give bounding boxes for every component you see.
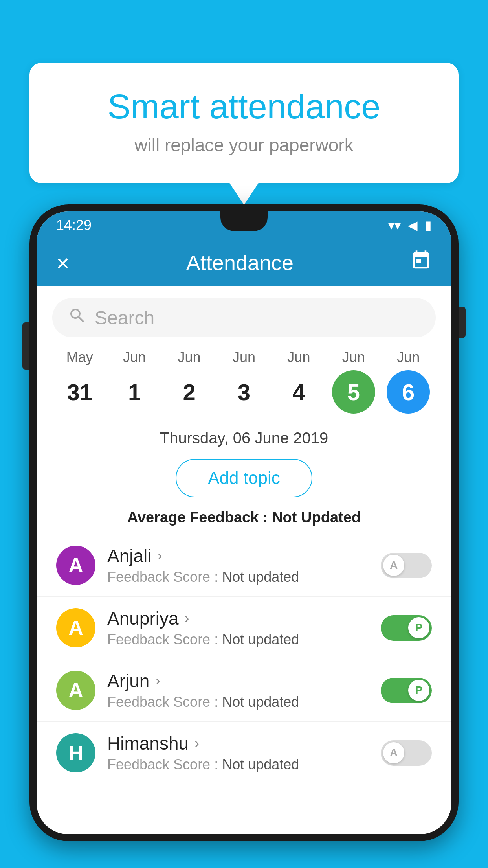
avg-feedback-label: Average Feedback : (127, 509, 268, 526)
signal-icon: ◀ (408, 218, 418, 233)
avg-feedback-value: Not Updated (272, 509, 361, 526)
avatar-anjali: A (56, 546, 95, 585)
close-button[interactable]: × (56, 250, 70, 276)
date-day-4: 4 (277, 370, 320, 414)
toggle-switch-anupriya[interactable]: P (381, 615, 432, 641)
student-list: A Anjali › Feedback Score : Not updated … (37, 534, 451, 784)
student-item-arjun[interactable]: A Arjun › Feedback Score : Not updated P (37, 659, 451, 721)
student-info-anupriya: Anupriya › Feedback Score : Not updated (107, 608, 369, 648)
battery-icon: ▮ (425, 218, 432, 233)
search-icon (68, 306, 87, 329)
status-icons: ▾▾ ◀ ▮ (388, 218, 432, 233)
date-month-2: Jun (178, 349, 201, 366)
calendar-icon[interactable] (410, 250, 432, 276)
app-title: Attendance (186, 250, 294, 275)
chevron-arjun: › (155, 673, 160, 689)
bubble-subtitle: will replace your paperwork (61, 134, 427, 156)
speech-bubble: Smart attendance will replace your paper… (29, 63, 459, 183)
date-col-6[interactable]: Jun 6 (387, 349, 430, 414)
student-feedback-himanshu: Feedback Score : Not updated (107, 756, 369, 773)
student-item-anupriya[interactable]: A Anupriya › Feedback Score : Not update… (37, 596, 451, 659)
date-col-5[interactable]: Jun 5 (332, 349, 375, 414)
student-item-anjali[interactable]: A Anjali › Feedback Score : Not updated … (37, 534, 451, 596)
average-feedback: Average Feedback : Not Updated (37, 505, 451, 534)
student-feedback-anupriya: Feedback Score : Not updated (107, 631, 369, 648)
date-month-1: Jun (123, 349, 146, 366)
date-col-2[interactable]: Jun 2 (168, 349, 211, 414)
toggle-switch-himanshu[interactable]: A (381, 740, 432, 766)
date-col-4[interactable]: Jun 4 (277, 349, 320, 414)
bubble-title: Smart attendance (61, 86, 427, 127)
date-day-1: 1 (113, 370, 156, 414)
chevron-anupriya: › (185, 610, 189, 627)
date-month-5: Jun (342, 349, 365, 366)
selected-date-label: Thursday, 06 June 2019 (37, 421, 451, 451)
speech-bubble-container: Smart attendance will replace your paper… (29, 63, 459, 183)
app-header: × Attendance (37, 239, 451, 286)
status-time: 14:29 (56, 217, 92, 234)
toggle-anjali[interactable]: A (381, 553, 432, 578)
date-month-4: Jun (287, 349, 310, 366)
search-placeholder: Search (95, 307, 154, 329)
student-name-arjun: Arjun › (107, 670, 369, 691)
wifi-icon: ▾▾ (388, 218, 401, 233)
student-info-anjali: Anjali › Feedback Score : Not updated (107, 545, 369, 585)
phone-notch (220, 211, 268, 231)
date-selector: May 31 Jun 1 Jun 2 Jun 3 Jun 4 (37, 345, 451, 421)
student-feedback-anjali: Feedback Score : Not updated (107, 569, 369, 585)
date-month-0: May (66, 349, 93, 366)
chevron-anjali: › (158, 548, 162, 564)
student-item-himanshu[interactable]: H Himanshu › Feedback Score : Not update… (37, 721, 451, 784)
toggle-thumb-himanshu: A (383, 742, 404, 763)
date-col-0[interactable]: May 31 (58, 349, 101, 414)
toggle-himanshu[interactable]: A (381, 740, 432, 766)
toggle-thumb-anupriya: P (408, 617, 429, 638)
student-name-anupriya: Anupriya › (107, 608, 369, 629)
student-info-arjun: Arjun › Feedback Score : Not updated (107, 670, 369, 710)
avatar-anupriya: A (56, 608, 95, 647)
date-day-2: 2 (168, 370, 211, 414)
add-topic-button[interactable]: Add topic (176, 459, 312, 497)
toggle-thumb-anjali: A (383, 555, 404, 576)
date-day-6: 6 (387, 370, 430, 414)
avatar-arjun: A (56, 671, 95, 710)
student-info-himanshu: Himanshu › Feedback Score : Not updated (107, 733, 369, 773)
phone-container: 14:29 ▾▾ ◀ ▮ × Attendance (29, 204, 459, 868)
avatar-himanshu: H (56, 733, 95, 772)
phone-screen: 14:29 ▾▾ ◀ ▮ × Attendance (37, 211, 451, 834)
phone-frame: 14:29 ▾▾ ◀ ▮ × Attendance (29, 204, 459, 841)
date-col-1[interactable]: Jun 1 (113, 349, 156, 414)
date-day-3: 3 (222, 370, 266, 414)
search-bar[interactable]: Search (52, 298, 436, 337)
toggle-switch-arjun[interactable]: P (381, 678, 432, 703)
date-month-6: Jun (397, 349, 420, 366)
date-col-3[interactable]: Jun 3 (222, 349, 266, 414)
toggle-anupriya[interactable]: P (381, 615, 432, 641)
date-day-0: 31 (58, 370, 101, 414)
chevron-himanshu: › (194, 735, 199, 752)
student-name-himanshu: Himanshu › (107, 733, 369, 754)
student-name-anjali: Anjali › (107, 545, 369, 566)
student-feedback-arjun: Feedback Score : Not updated (107, 694, 369, 710)
date-month-3: Jun (233, 349, 255, 366)
date-day-5: 5 (332, 370, 375, 414)
toggle-arjun[interactable]: P (381, 678, 432, 703)
toggle-switch-anjali[interactable]: A (381, 553, 432, 578)
toggle-thumb-arjun: P (408, 680, 429, 701)
